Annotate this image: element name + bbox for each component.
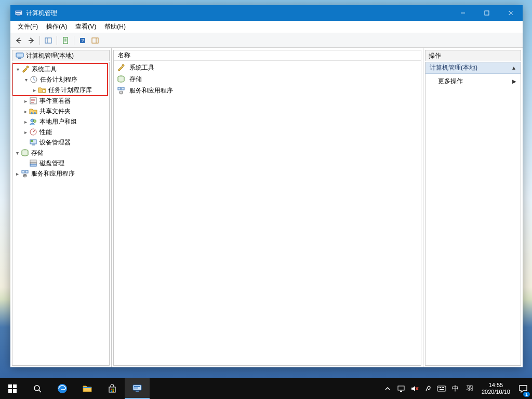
svg-rect-46 [13,389,17,393]
users-icon [29,117,37,126]
tree-node-system-tools[interactable]: ▾ 系统工具 [13,64,107,74]
nav-back-button[interactable] [13,35,24,46]
tray-display-icon[interactable] [396,384,406,393]
show-hide-action-pane-button[interactable] [89,35,101,46]
tree-node-shared-folders[interactable]: ▸ 共享文件夹 [12,106,109,116]
chevron-right-icon[interactable]: ▸ [22,129,29,135]
list-item[interactable]: 存储 [114,73,421,85]
event-viewer-icon [29,97,37,105]
action-center-button[interactable]: 1 [514,378,532,399]
tree-node-label: 性能 [39,128,52,137]
collapse-up-icon: ▲ [511,65,516,71]
taskbar-search-button[interactable] [25,378,50,399]
maximize-button[interactable] [475,5,499,21]
actions-group-header[interactable]: 计算机管理(本地) ▲ [425,62,521,74]
svg-rect-0 [15,10,22,15]
svg-point-19 [26,66,29,68]
chevron-right-icon[interactable]: ▸ [22,98,29,104]
tree-node-performance[interactable]: ▸ 性能 [12,127,109,137]
tree-node-label: 本地用户和组 [39,117,77,126]
svg-point-25 [31,119,34,122]
clock-time: 14:55 [489,382,503,389]
svg-rect-65 [440,387,441,388]
list-item[interactable]: 系统工具 [114,62,421,73]
tree-node-device-manager[interactable]: ▸ 设备管理器 [12,137,109,148]
taskbar-clock[interactable]: 14:55 2020/10/10 [477,382,514,395]
chevron-down-icon[interactable]: ▾ [14,150,21,156]
tray-volume-muted-icon[interactable] [410,384,419,393]
menu-view[interactable]: 查看(V) [71,21,100,32]
taskbar: 中 羽 14:55 2020/10/10 1 [0,378,532,399]
tray-misc-icon[interactable] [423,384,433,393]
action-more-actions[interactable]: 更多操作 ▶ [425,74,521,89]
list-item[interactable]: 服务和应用程序 [114,85,421,96]
window-controls [451,5,523,21]
svg-rect-12 [63,37,68,44]
window-title: 计算机管理 [26,9,451,18]
tray-ime-indicator-2[interactable]: 羽 [465,384,475,393]
close-button[interactable] [499,5,523,21]
chevron-right-icon[interactable]: ▸ [22,109,29,114]
tree-node-task-scheduler-library[interactable]: ▸ 任务计划程序库 [13,85,107,95]
chevron-right-icon[interactable]: ▸ [22,119,29,125]
svg-rect-51 [111,389,112,390]
tree-node-event-viewer[interactable]: ▸ 事件查看器 [12,96,109,106]
taskbar-app-computer-management[interactable] [125,378,150,399]
svg-rect-18 [18,58,21,59]
svg-point-23 [31,112,33,114]
svg-rect-41 [122,87,124,90]
svg-rect-63 [437,386,446,391]
scope-pane: 计算机管理(本地) ▾ 系统工具 ▾ 任务计划程序 [10,48,111,367]
list-item-label: 存储 [129,75,142,84]
system-tray: 中 羽 [381,384,477,393]
taskbar-app-microsoft-store[interactable] [100,378,125,399]
result-list: 系统工具 存储 服务和应用程序 [114,61,421,97]
svg-rect-34 [30,160,36,162]
storage-icon [117,75,125,83]
nav-forward-button[interactable] [25,35,37,46]
svg-rect-2 [16,13,20,14]
chevron-down-icon[interactable]: ▾ [14,66,21,72]
column-header-name[interactable]: 名称 [114,50,421,61]
tree-node-task-scheduler[interactable]: ▾ 任务计划程序 [13,74,107,85]
tree-node-services-and-apps[interactable]: ▸ 服务和应用程序 [12,168,109,179]
folder-clock-icon [38,86,46,94]
shared-folder-icon [29,107,37,115]
menu-action[interactable]: 操作(A) [42,21,71,32]
scope-root-tab[interactable]: 计算机管理(本地) [12,50,110,61]
tree-node-storage[interactable]: ▾ 存储 [12,148,109,158]
svg-rect-5 [485,11,489,15]
result-pane: 名称 系统工具 存储 服务和应用程序 [111,48,423,367]
taskbar-app-edge[interactable] [50,378,75,399]
client-area: 计算机管理(本地) ▾ 系统工具 ▾ 任务计划程序 [10,48,523,367]
show-hide-tree-button[interactable] [43,35,54,46]
svg-rect-54 [113,391,114,392]
svg-rect-53 [111,391,112,392]
action-link-label: 更多操作 [438,77,463,86]
tree-node-label: 共享文件夹 [39,107,71,116]
tree-node-label: 服务和应用程序 [31,169,75,178]
svg-rect-40 [118,87,121,90]
notification-badge: 1 [523,392,530,397]
svg-rect-67 [443,387,444,388]
help-button[interactable]: ? [77,35,88,46]
minimize-button[interactable] [451,5,475,21]
properties-button[interactable] [60,35,71,46]
tray-overflow-button[interactable] [383,384,392,393]
tray-ime-indicator-1[interactable]: 中 [450,384,461,393]
chevron-down-icon[interactable]: ▾ [22,77,30,83]
menu-help[interactable]: 帮助(H) [100,21,130,32]
svg-rect-10 [45,38,51,43]
svg-point-47 [34,385,39,391]
tray-keyboard-icon[interactable] [437,384,446,393]
chevron-right-icon[interactable]: ▸ [14,171,21,177]
taskbar-app-file-explorer[interactable] [75,378,100,399]
tree-node-local-users-groups[interactable]: ▸ 本地用户和组 [12,116,109,127]
start-button[interactable] [0,378,25,399]
titlebar[interactable]: 计算机管理 [10,5,523,21]
svg-rect-35 [22,170,24,173]
svg-rect-64 [438,387,440,388]
tree-node-disk-management[interactable]: ▸ 磁盘管理 [12,158,109,168]
chevron-right-icon[interactable]: ▸ [31,87,38,93]
menu-file[interactable]: 文件(F) [14,21,42,32]
